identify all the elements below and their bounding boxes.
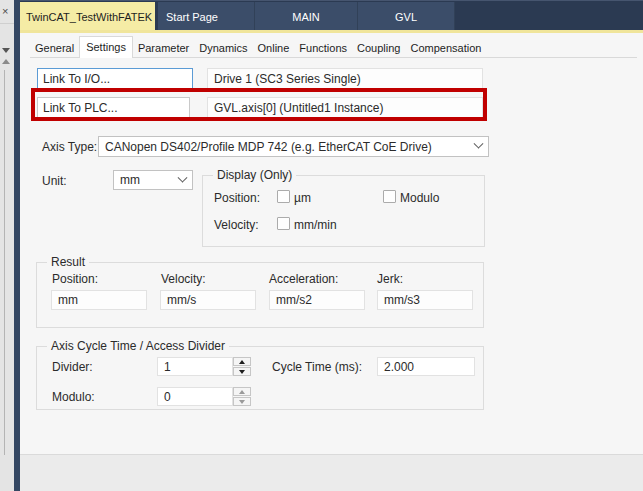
result-acceleration-label: Acceleration:	[269, 272, 338, 286]
tab-twincat-testwithfatek[interactable]: TwinCAT_TestWithFATEK ×	[20, 2, 155, 31]
pane-bottom-area	[20, 454, 643, 491]
axis-cycle-time-group: Axis Cycle Time / Access Divider	[36, 346, 484, 410]
divider-spinner	[233, 357, 251, 376]
tab-gvl[interactable]: GVL	[358, 2, 455, 31]
position-um-label: µm	[294, 191, 311, 205]
document-tab-bar: TwinCAT_TestWithFATEK × Start Page MAIN …	[20, 0, 643, 31]
result-acceleration-field: mm/s2	[269, 290, 365, 310]
position-um-checkbox[interactable]	[277, 190, 290, 203]
display-velocity-label: Velocity:	[214, 218, 259, 232]
unit-combobox[interactable]: mm	[113, 170, 193, 190]
chevron-down-icon	[474, 139, 484, 149]
result-velocity-value: mm/s	[167, 293, 196, 307]
tab-dynamics[interactable]: Dynamics	[194, 39, 252, 57]
display-only-title: Display (Only)	[213, 168, 296, 182]
modulo-value: 0	[164, 390, 171, 404]
divider-value: 1	[164, 360, 171, 374]
modulo-spinner	[233, 387, 251, 406]
spin-up-icon[interactable]	[233, 357, 251, 366]
cycle-time-label: Cycle Time (ms):	[272, 360, 362, 374]
tab-settings[interactable]: Settings	[79, 36, 133, 58]
annotation-highlight-box	[31, 88, 487, 121]
tab-label: GVL	[395, 11, 417, 23]
modulo-input[interactable]: 0	[157, 387, 233, 406]
panel-close-icon[interactable]: ×	[2, 5, 8, 17]
tab-label: Start Page	[166, 11, 218, 23]
velocity-mmmin-label: mm/min	[294, 218, 337, 232]
cycle-time-value: 2.000	[384, 360, 414, 374]
active-tab-label: TwinCAT_TestWithFATEK	[26, 11, 152, 23]
tab-functions[interactable]: Functions	[294, 39, 352, 57]
tab-coupling[interactable]: Coupling	[352, 39, 405, 57]
result-velocity-field: mm/s	[160, 290, 256, 310]
result-jerk-value: mm/s3	[384, 293, 420, 307]
divider-input[interactable]: 1	[157, 357, 233, 376]
display-position-label: Position:	[214, 191, 260, 205]
modulo-label: Modulo:	[52, 390, 95, 404]
result-jerk-label: Jerk:	[377, 272, 403, 286]
tab-parameter[interactable]: Parameter	[133, 39, 194, 57]
spin-down-icon[interactable]	[233, 397, 251, 406]
result-acceleration-value: mm/s2	[276, 293, 312, 307]
modulo-display-label: Modulo	[400, 191, 439, 205]
left-panel-sliver: ×	[0, 0, 15, 491]
divider-label: Divider:	[52, 360, 93, 374]
io-link-value: Drive 1 (SC3 Series Single)	[214, 72, 361, 86]
result-velocity-label: Velocity:	[161, 272, 206, 286]
spin-down-icon[interactable]	[233, 367, 251, 376]
result-jerk-field: mm/s3	[377, 290, 473, 310]
panel-dropdown-icon[interactable]	[2, 48, 10, 53]
unit-value: mm	[120, 173, 140, 187]
result-title: Result	[47, 255, 89, 269]
settings-tabstrip: General Settings Parameter Dynamics Onli…	[30, 36, 486, 57]
twincat-axis-settings-window: × TwinCAT_TestWithFATEK × Start Page MAI…	[0, 0, 643, 491]
display-only-group: Display (Only)	[202, 175, 485, 247]
modulo-display-checkbox[interactable]	[383, 190, 396, 203]
tab-general[interactable]: General	[30, 39, 79, 57]
io-link-value-field: Drive 1 (SC3 Series Single)	[207, 68, 483, 89]
tab-main[interactable]: MAIN	[255, 2, 358, 31]
axis-cycle-time-title: Axis Cycle Time / Access Divider	[47, 339, 229, 353]
chevron-down-icon	[178, 172, 188, 182]
spin-up-icon[interactable]	[233, 387, 251, 396]
result-position-field: mm	[51, 290, 147, 310]
link-to-io-button[interactable]: Link To I/O...	[37, 68, 193, 89]
tab-online[interactable]: Online	[253, 39, 295, 57]
result-position-label: Position:	[52, 272, 98, 286]
panel-separator	[0, 23, 14, 24]
axis-type-combobox[interactable]: CANopen DS402/Profile MDP 742 (e.g. Ethe…	[98, 136, 489, 157]
axis-type-label: Axis Type:	[42, 140, 97, 154]
axis-type-value: CANopen DS402/Profile MDP 742 (e.g. Ethe…	[105, 140, 432, 154]
scroll-up-icon[interactable]	[2, 59, 10, 64]
result-position-value: mm	[58, 293, 78, 307]
tab-start-page[interactable]: Start Page	[158, 2, 255, 31]
tab-compensation[interactable]: Compensation	[405, 39, 486, 57]
scrollbar-track[interactable]	[4, 70, 5, 455]
velocity-mmmin-checkbox[interactable]	[277, 217, 290, 230]
unit-label: Unit:	[42, 174, 67, 188]
tab-label: MAIN	[292, 11, 320, 23]
link-to-io-label: Link To I/O...	[43, 72, 110, 86]
cycle-time-input[interactable]: 2.000	[377, 357, 475, 376]
